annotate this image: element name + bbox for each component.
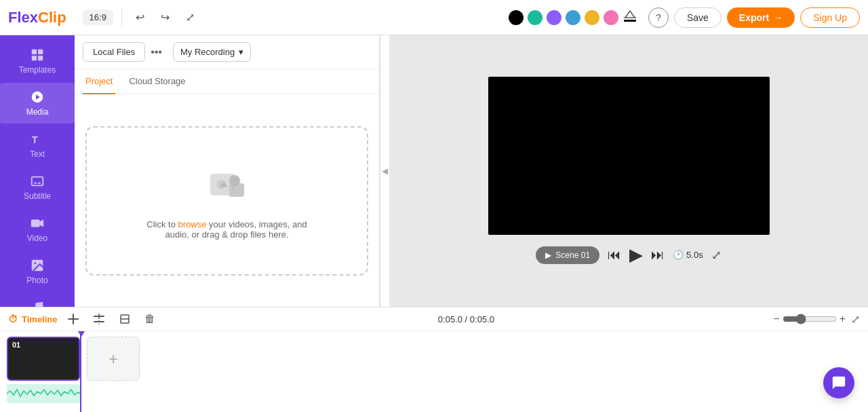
- svg-rect-8: [32, 177, 43, 186]
- sidebar: Templates Media T Text Subtitle Video Ph…: [0, 35, 75, 307]
- timeline-icon: ⏱: [8, 314, 18, 324]
- timeline-track-area: 01 +: [0, 331, 868, 412]
- next-scene-button[interactable]: ⏭: [651, 247, 665, 263]
- recording-name: My Recording: [180, 47, 235, 57]
- scene-label-button[interactable]: ▶ Scene 01: [536, 246, 599, 264]
- recording-selector[interactable]: My Recording ▾: [173, 42, 251, 62]
- playhead-marker: [78, 331, 85, 337]
- panel-tabs: Project Cloud Storage: [75, 69, 379, 94]
- play-pause-button[interactable]: ▶: [629, 244, 643, 265]
- local-files-button[interactable]: Local Files: [83, 42, 145, 62]
- svg-rect-1: [32, 50, 37, 54]
- svg-rect-3: [32, 56, 37, 60]
- preview-area: ▶ Scene 01 ⏮ ▶ ⏭ 🕐 5.0s ⤢: [389, 35, 868, 307]
- svg-rect-2: [38, 50, 43, 54]
- tab-project[interactable]: Project: [83, 69, 115, 94]
- sidebar-item-subtitle[interactable]: Subtitle: [0, 167, 75, 208]
- fullscreen-toggle-button[interactable]: ⤢: [180, 8, 200, 26]
- zoom-controls: − +: [773, 313, 846, 325]
- zoom-in-button[interactable]: +: [840, 313, 846, 325]
- divider: [121, 8, 122, 27]
- bottom-panel: ⏱ Timeline 🗑 0:05.0 / 0:05.0 − + ⤢ 01: [0, 307, 868, 412]
- dropzone[interactable]: ♪ Click to browse your videos, images, a…: [85, 126, 368, 276]
- collapse-handle[interactable]: ◀: [380, 35, 389, 307]
- svg-text:♪: ♪: [231, 183, 235, 191]
- color-dot-purple[interactable]: [547, 10, 561, 25]
- browse-link[interactable]: browse: [178, 219, 207, 229]
- undo-button[interactable]: ↩: [130, 8, 150, 26]
- sidebar-item-text[interactable]: T Text: [0, 125, 75, 166]
- scene-block-1[interactable]: 01: [7, 337, 80, 381]
- timeline-label: ⏱ Timeline: [8, 314, 58, 324]
- main-area: Templates Media T Text Subtitle Video Ph…: [0, 35, 868, 307]
- help-button[interactable]: ?: [648, 7, 669, 28]
- timeline-time: 0:05.0 / 0:05.0: [438, 314, 494, 324]
- app-logo: FlexClip: [8, 9, 66, 26]
- color-dot-yellow[interactable]: [585, 10, 599, 25]
- sidebar-item-media[interactable]: Media: [0, 83, 75, 124]
- playback-controls: ▶ Scene 01 ⏮ ▶ ⏭ 🕐 5.0s ⤢: [536, 244, 721, 265]
- playhead: [80, 331, 81, 412]
- color-palette: [509, 8, 637, 26]
- color-dot-black[interactable]: [509, 10, 524, 25]
- crop-button[interactable]: [115, 312, 135, 326]
- panel-content: ♪ Click to browse your videos, images, a…: [75, 94, 379, 307]
- svg-rect-4: [38, 56, 43, 60]
- svg-marker-12: [40, 220, 43, 227]
- waveform-block: [7, 384, 80, 403]
- svg-rect-0: [624, 20, 636, 22]
- svg-rect-31: [73, 314, 74, 324]
- sidebar-item-templates[interactable]: Templates: [0, 41, 75, 81]
- sidebar-item-audio[interactable]: Audio: [0, 293, 75, 307]
- zoom-out-button[interactable]: −: [773, 313, 779, 325]
- svg-rect-32: [94, 316, 104, 317]
- chat-bubble-button[interactable]: [823, 367, 854, 398]
- export-button[interactable]: Export →: [727, 7, 795, 28]
- color-dot-teal[interactable]: [528, 10, 542, 25]
- logo-text: FlexClip: [8, 9, 66, 26]
- fit-timeline-button[interactable]: ⤢: [851, 313, 860, 326]
- add-scene-button[interactable]: +: [87, 337, 140, 381]
- more-options-button[interactable]: •••: [151, 46, 162, 58]
- svg-text:T: T: [32, 134, 38, 145]
- dropzone-text: Click to browse your videos, images, and…: [146, 219, 307, 240]
- left-panel: Local Files ••• My Recording ▾ Project C…: [75, 35, 380, 307]
- panel-toolbar: Local Files ••• My Recording ▾: [75, 35, 379, 69]
- tab-cloud-storage[interactable]: Cloud Storage: [126, 69, 188, 94]
- prev-scene-button[interactable]: ⏮: [608, 247, 621, 263]
- collapse-icon: ◀: [382, 166, 388, 176]
- signup-button[interactable]: Sign Up: [800, 7, 860, 28]
- aspect-ratio-button[interactable]: 16:9: [83, 10, 113, 25]
- preview-fullscreen-button[interactable]: ⤢: [711, 248, 722, 263]
- color-dot-pink[interactable]: [604, 10, 618, 25]
- topbar: FlexClip 16:9 ↩ ↪ ⤢ ? Save Export → Sign…: [0, 0, 868, 35]
- dropdown-icon: ▾: [239, 47, 243, 57]
- color-dot-blue[interactable]: [566, 10, 580, 25]
- svg-rect-11: [31, 220, 40, 227]
- dropzone-icon: ♪: [203, 162, 251, 211]
- save-button[interactable]: Save: [674, 7, 722, 28]
- video-preview: [488, 77, 770, 235]
- fill-icon-button[interactable]: [623, 8, 637, 26]
- time-display: 🕐 5.0s: [673, 250, 703, 260]
- scene-number: 01: [12, 341, 20, 349]
- sidebar-item-photo[interactable]: Photo: [0, 251, 75, 292]
- add-clip-button[interactable]: [63, 312, 83, 326]
- split-button[interactable]: [89, 312, 109, 326]
- svg-rect-37: [7, 384, 80, 403]
- timeline-track: 01 +: [0, 331, 868, 412]
- zoom-slider[interactable]: [783, 314, 837, 324]
- svg-point-14: [34, 262, 36, 264]
- delete-button[interactable]: 🗑: [140, 312, 159, 326]
- timeline-toolbar: ⏱ Timeline 🗑 0:05.0 / 0:05.0 − + ⤢: [0, 307, 868, 331]
- sidebar-item-video[interactable]: Video: [0, 209, 75, 250]
- redo-button[interactable]: ↪: [155, 8, 175, 26]
